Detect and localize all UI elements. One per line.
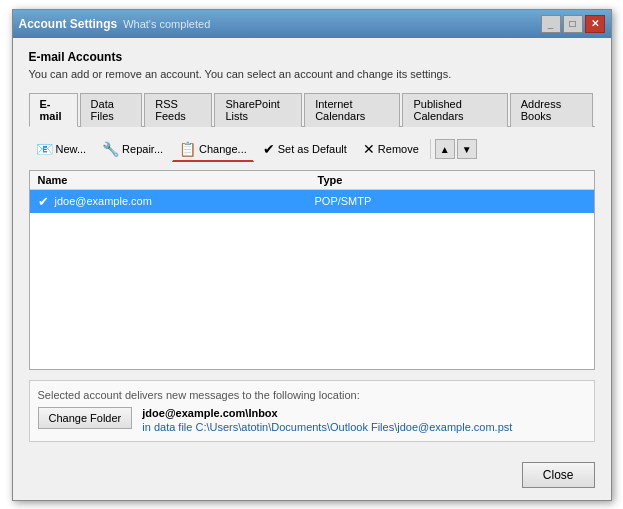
repair-label: Repair... [122, 143, 163, 155]
maximize-button[interactable]: □ [563, 15, 583, 33]
table-row[interactable]: ✔ jdoe@example.com POP/SMTP [30, 190, 594, 213]
tab-internet-calendars[interactable]: Internet Calendars [304, 93, 400, 127]
column-header-name: Name [38, 174, 318, 186]
remove-icon: ✕ [363, 141, 375, 157]
dialog-subtitle: What's completed [123, 18, 210, 30]
change-label: Change... [199, 143, 247, 155]
title-bar: Account Settings What's completed _ □ ✕ [13, 10, 611, 38]
toolbar: 📧 New... 🔧 Repair... 📋 Change... ✔ Set a… [29, 135, 595, 164]
change-button[interactable]: 📋 Change... [172, 137, 254, 162]
folder-info: jdoe@example.com\Inbox in data file C:\U… [142, 407, 512, 433]
folder-path-bold: jdoe@example.com\Inbox [142, 407, 512, 419]
close-title-button[interactable]: ✕ [585, 15, 605, 33]
tabs-container: E-mail Data Files RSS Feeds SharePoint L… [29, 92, 595, 127]
tab-data-files[interactable]: Data Files [80, 93, 143, 127]
set-default-label: Set as Default [278, 143, 347, 155]
delivery-location-row: Change Folder jdoe@example.com\Inbox in … [38, 407, 586, 433]
minimize-button[interactable]: _ [541, 15, 561, 33]
tab-sharepoint[interactable]: SharePoint Lists [214, 93, 302, 127]
move-up-button[interactable]: ▲ [435, 139, 455, 159]
bottom-section: Selected account delivers new messages t… [29, 380, 595, 442]
new-label: New... [56, 143, 87, 155]
tab-email[interactable]: E-mail [29, 93, 78, 127]
dialog-footer: Close [13, 454, 611, 500]
title-bar-controls: _ □ ✕ [541, 15, 605, 33]
close-button[interactable]: Close [522, 462, 595, 488]
new-button[interactable]: 📧 New... [29, 137, 94, 161]
tab-address-books[interactable]: Address Books [510, 93, 593, 127]
tab-rss-feeds[interactable]: RSS Feeds [144, 93, 212, 127]
change-folder-button[interactable]: Change Folder [38, 407, 133, 429]
delivery-location-label: Selected account delivers new messages t… [38, 389, 586, 401]
dialog-body: E-mail Accounts You can add or remove an… [13, 38, 611, 454]
remove-label: Remove [378, 143, 419, 155]
default-check-icon: ✔ [38, 194, 49, 209]
repair-icon: 🔧 [102, 141, 119, 157]
tab-published-calendars[interactable]: Published Calendars [402, 93, 507, 127]
list-header: Name Type [30, 171, 594, 190]
move-down-button[interactable]: ▼ [457, 139, 477, 159]
change-icon: 📋 [179, 141, 196, 157]
folder-path-blue: in data file C:\Users\atotin\Documents\O… [142, 421, 512, 433]
account-list: Name Type ✔ jdoe@example.com POP/SMTP [29, 170, 595, 370]
account-settings-dialog: Account Settings What's completed _ □ ✕ … [12, 9, 612, 501]
dialog-title: Account Settings [19, 17, 118, 31]
section-title: E-mail Accounts [29, 50, 595, 64]
repair-button[interactable]: 🔧 Repair... [95, 137, 170, 161]
column-header-type: Type [318, 174, 586, 186]
toolbar-separator [430, 139, 431, 159]
section-description: You can add or remove an account. You ca… [29, 68, 595, 80]
new-icon: 📧 [36, 141, 53, 157]
account-name: jdoe@example.com [55, 195, 315, 207]
set-default-button[interactable]: ✔ Set as Default [256, 137, 354, 161]
remove-button[interactable]: ✕ Remove [356, 137, 426, 161]
account-type: POP/SMTP [315, 195, 586, 207]
set-default-icon: ✔ [263, 141, 275, 157]
